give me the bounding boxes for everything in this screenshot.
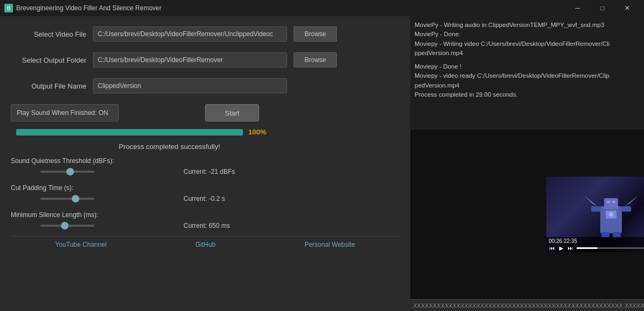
titlebar: B Brevengineering Video Filler And Silen… <box>0 0 644 16</box>
output-filename-label: Output File Name <box>11 82 86 90</box>
log-line-1: MoviePy - Writing audio in ClippedVersio… <box>415 21 644 30</box>
svg-marker-9 <box>625 195 638 206</box>
log-line-3: Moviepy - Writing video C:/Users/brevi/D… <box>415 39 644 58</box>
youtube-link[interactable]: YouTube Channel <box>55 241 106 248</box>
silence-slider-track[interactable] <box>40 225 94 227</box>
svg-rect-0 <box>600 206 622 233</box>
padding-slider-track[interactable] <box>40 198 94 200</box>
silence-value: Current: 650 ms <box>97 222 230 229</box>
video-progress-track[interactable] <box>577 247 644 249</box>
video-prev-button[interactable]: ⏮ <box>548 245 556 251</box>
log-line-6: Moviepy - video ready C:/Users/brevi/Des… <box>415 71 644 90</box>
video-progress-fill <box>577 247 598 249</box>
svg-point-11 <box>609 212 613 217</box>
progress-bar-fill <box>16 129 243 136</box>
bottom-scroll-text: XXXXXXXXXXXXXXXXXXXXXXXXXXXXXXXXXXXXXXXX… <box>410 302 644 309</box>
right-panel: MoviePy - Writing audio in ClippedVersio… <box>410 16 644 311</box>
svg-rect-5 <box>621 206 631 212</box>
padding-slider-item: Cut Padding Time (s): Current: -0.2 s <box>11 184 399 202</box>
quietness-slider-item: Sound Quietness Threshold (dBFs): Curren… <box>11 157 399 175</box>
video-current-time: 00:26:22:35 <box>548 238 577 244</box>
bottom-links: YouTube Channel GitHub Personal Website <box>11 236 399 253</box>
maximize-button[interactable]: □ <box>590 0 615 16</box>
sliders-container: Sound Quietness Threshold (dBFs): Curren… <box>11 157 399 229</box>
status-text: Process completed successfully! <box>11 143 399 151</box>
left-panel: Select Video File Browse Select Output F… <box>0 16 410 311</box>
video-file-browse-button[interactable]: Browse <box>294 26 337 42</box>
mecha-graphic <box>581 190 641 239</box>
video-play-button[interactable]: ▶ <box>558 245 565 251</box>
video-file-row: Select Video File Browse <box>11 24 399 44</box>
silence-label: Minimum Silence Length (ms): <box>11 211 399 219</box>
log-line-2: MoviePy - Done. <box>415 30 644 39</box>
output-folder-row: Select Output Folder Browse <box>11 50 399 70</box>
video-thumbnail: 00:26:22:35 ⏮ ▶ ⏭ 00:26:43:00 <box>546 177 644 252</box>
output-folder-input[interactable] <box>93 52 287 67</box>
silence-slider-thumb[interactable] <box>61 222 69 229</box>
github-link[interactable]: GitHub <box>195 241 215 248</box>
video-file-label: Select Video File <box>11 30 86 38</box>
video-preview-area: 00:26:22:35 ⏮ ▶ ⏭ 00:26:43:00 <box>410 130 644 299</box>
progress-label: 100% <box>248 128 273 136</box>
svg-rect-3 <box>612 201 615 203</box>
padding-slider-thumb[interactable] <box>72 195 79 202</box>
quietness-slider-thumb[interactable] <box>66 168 74 175</box>
log-area[interactable]: MoviePy - Writing audio in ClippedVersio… <box>410 16 644 130</box>
output-folder-label: Select Output Folder <box>11 56 86 64</box>
start-button[interactable]: Start <box>205 104 259 121</box>
output-filename-input[interactable] <box>93 78 287 93</box>
video-next-button[interactable]: ⏭ <box>567 245 574 251</box>
log-line-7: Process completed in 29.00 seconds. <box>415 90 644 99</box>
app-icon: B <box>4 4 13 12</box>
padding-value: Current: -0.2 s <box>97 195 225 202</box>
svg-rect-2 <box>607 201 610 203</box>
window-controls: ─ □ ✕ <box>565 0 640 16</box>
output-filename-row: Output File Name <box>11 76 399 96</box>
svg-rect-1 <box>604 198 618 209</box>
quietness-value: Current: -21 dBFs <box>97 168 235 175</box>
progress-row: 100% <box>11 128 399 136</box>
output-folder-browse-button[interactable]: Browse <box>294 52 337 67</box>
svg-marker-8 <box>584 195 598 206</box>
log-line-5: Moviepy - Done ! <box>415 62 644 71</box>
video-controls: ⏮ ▶ ⏭ 00:26:43:00 <box>548 245 644 251</box>
silence-slider-item: Minimum Silence Length (ms): Current: 65… <box>11 211 399 229</box>
sound-toggle-button[interactable]: Play Sound When Finished: ON <box>11 104 119 121</box>
video-overlay-bar: 00:26:22:35 ⏮ ▶ ⏭ 00:26:43:00 <box>546 237 644 252</box>
close-button[interactable]: ✕ <box>615 0 640 16</box>
video-file-input[interactable] <box>93 26 287 42</box>
window-title: Brevengineering Video Filler And Silence… <box>16 4 565 12</box>
website-link[interactable]: Personal Website <box>304 241 355 248</box>
minimize-button[interactable]: ─ <box>565 0 590 16</box>
progress-bar-container <box>16 129 243 136</box>
quietness-label: Sound Quietness Threshold (dBFs): <box>11 157 399 165</box>
quietness-slider-track[interactable] <box>40 171 94 173</box>
padding-label: Cut Padding Time (s): <box>11 184 399 192</box>
svg-rect-4 <box>591 206 601 212</box>
